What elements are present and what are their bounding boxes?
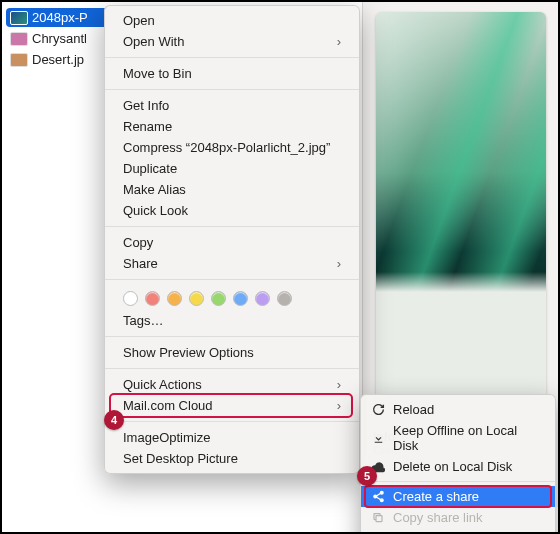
- context-menu: Open Open With› Move to Bin Get Info Ren…: [104, 5, 360, 474]
- image-thumb-icon: [10, 11, 28, 25]
- reload-icon: [371, 403, 385, 417]
- image-thumb-icon: [10, 53, 28, 67]
- copy-icon: [371, 511, 385, 525]
- submenu-item-keep-offline[interactable]: Keep Offline on Local Disk: [361, 420, 555, 456]
- menu-item-make-alias[interactable]: Make Alias: [105, 179, 359, 200]
- menu-item-move-to-bin[interactable]: Move to Bin: [105, 63, 359, 84]
- submenu-item-open-share-link: Open share link: [361, 528, 555, 534]
- menu-item-quick-look[interactable]: Quick Look: [105, 200, 359, 221]
- menu-item-rename[interactable]: Rename: [105, 116, 359, 137]
- menu-separator: [105, 226, 359, 227]
- file-item[interactable]: Desert.jp: [6, 50, 108, 69]
- chevron-right-icon: ›: [337, 398, 341, 413]
- file-list: 2048px-P Chrysantl Desert.jp: [2, 2, 112, 532]
- menu-item-duplicate[interactable]: Duplicate: [105, 158, 359, 179]
- menu-item-tags[interactable]: Tags…: [105, 310, 359, 331]
- svg-point-0: [373, 495, 376, 498]
- tag-yellow[interactable]: [189, 291, 204, 306]
- menu-item-open[interactable]: Open: [105, 10, 359, 31]
- step-badge-5: 5: [357, 466, 377, 486]
- tag-orange[interactable]: [167, 291, 182, 306]
- menu-separator: [105, 421, 359, 422]
- menu-item-share[interactable]: Share›: [105, 253, 359, 274]
- menu-separator: [105, 89, 359, 90]
- menu-item-mailcom-cloud[interactable]: Mail.com Cloud›: [105, 395, 359, 416]
- submenu-item-create-share[interactable]: Create a share: [361, 486, 555, 507]
- menu-item-compress[interactable]: Compress “2048px-Polarlicht_2.jpg”: [105, 137, 359, 158]
- file-name: Desert.jp: [32, 52, 84, 67]
- file-name: Chrysantl: [32, 31, 87, 46]
- menu-separator: [105, 336, 359, 337]
- download-icon: [371, 431, 385, 445]
- menu-item-show-preview-options[interactable]: Show Preview Options: [105, 342, 359, 363]
- share-icon: [371, 490, 385, 504]
- svg-rect-3: [376, 516, 382, 522]
- menu-separator: [105, 279, 359, 280]
- menu-separator: [105, 368, 359, 369]
- tag-red[interactable]: [145, 291, 160, 306]
- file-item-selected[interactable]: 2048px-P: [6, 8, 108, 27]
- menu-item-get-info[interactable]: Get Info: [105, 95, 359, 116]
- menu-item-quick-actions[interactable]: Quick Actions›: [105, 374, 359, 395]
- tag-row: [105, 285, 359, 310]
- submenu-item-delete-local[interactable]: Delete on Local Disk: [361, 456, 555, 477]
- image-thumb-icon: [10, 32, 28, 46]
- menu-item-open-with[interactable]: Open With›: [105, 31, 359, 52]
- tag-purple[interactable]: [255, 291, 270, 306]
- menu-item-copy[interactable]: Copy: [105, 232, 359, 253]
- submenu-mailcom-cloud: Reload Keep Offline on Local Disk Delete…: [360, 394, 556, 534]
- submenu-item-reload[interactable]: Reload: [361, 399, 555, 420]
- svg-point-2: [380, 499, 383, 502]
- chevron-right-icon: ›: [337, 377, 341, 392]
- preview-image: [376, 12, 546, 412]
- step-badge-4: 4: [104, 410, 124, 430]
- chevron-right-icon: ›: [337, 34, 341, 49]
- menu-separator: [105, 57, 359, 58]
- submenu-separator: [361, 481, 555, 482]
- tag-gray[interactable]: [277, 291, 292, 306]
- chevron-right-icon: ›: [337, 256, 341, 271]
- menu-item-image-optimize[interactable]: ImageOptimize: [105, 427, 359, 448]
- file-name: 2048px-P: [32, 10, 88, 25]
- tag-blue[interactable]: [233, 291, 248, 306]
- svg-point-1: [380, 491, 383, 494]
- tag-none[interactable]: [123, 291, 138, 306]
- tag-green[interactable]: [211, 291, 226, 306]
- menu-item-set-desktop-picture[interactable]: Set Desktop Picture: [105, 448, 359, 469]
- submenu-item-copy-share-link: Copy share link: [361, 507, 555, 528]
- file-item[interactable]: Chrysantl: [6, 29, 108, 48]
